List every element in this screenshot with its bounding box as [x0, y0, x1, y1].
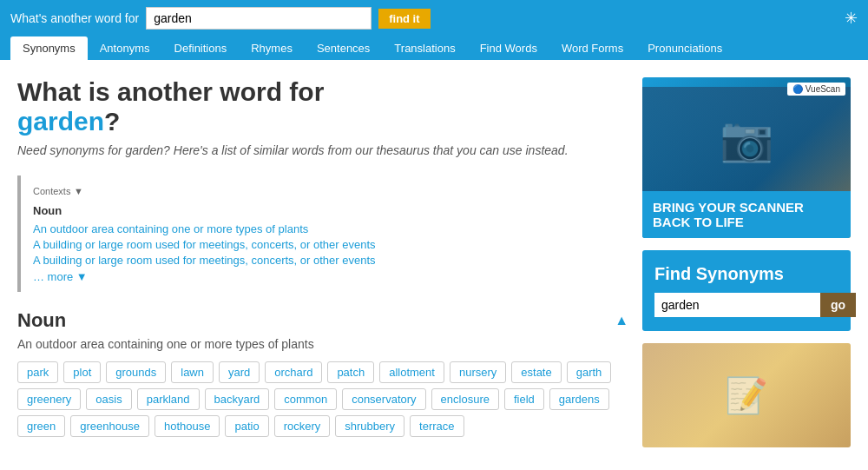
- find-synonyms-box: Find Synonyms go: [642, 250, 851, 331]
- title-prefix: What is another word for: [17, 77, 324, 106]
- contexts-arrow[interactable]: ▼: [74, 186, 83, 196]
- tab-synonyms[interactable]: Synonyms: [10, 36, 88, 60]
- noun-triangle[interactable]: ▲: [615, 313, 628, 328]
- tab-find-words[interactable]: Find Words: [468, 36, 549, 60]
- ad-badge: 🔵 VueScan: [787, 83, 845, 96]
- find-synonyms-title: Find Synonyms: [654, 264, 838, 284]
- ad-badge-icon: 🔵: [792, 84, 803, 94]
- title-suffix: ?: [104, 107, 120, 136]
- word-tag[interactable]: greenery: [17, 388, 81, 410]
- word-tag[interactable]: patio: [225, 415, 268, 437]
- context-noun-label: Noun: [33, 204, 616, 217]
- word-tag[interactable]: field: [504, 388, 544, 410]
- word-tag[interactable]: enclosure: [431, 388, 499, 410]
- word-tag[interactable]: orchard: [265, 361, 322, 383]
- tab-antonyms[interactable]: Antonyms: [88, 36, 162, 60]
- noun-title: Noun: [17, 309, 66, 332]
- more-link[interactable]: … more ▼: [33, 270, 616, 283]
- find-synonyms-row: go: [654, 293, 838, 317]
- word-tag[interactable]: grounds: [106, 361, 166, 383]
- find-button[interactable]: find it: [378, 9, 430, 29]
- ad-text-banner[interactable]: BRING YOUR SCANNER BACK TO LIFE: [642, 191, 851, 238]
- contexts-box: Contexts ▼ Noun An outdoor area containi…: [17, 175, 628, 292]
- word-tag[interactable]: nursery: [450, 361, 506, 383]
- context-item-2[interactable]: A building or large room used for meetin…: [33, 238, 616, 251]
- synonyms-go-button[interactable]: go: [820, 293, 856, 317]
- word-tag[interactable]: park: [17, 361, 58, 383]
- word-tag[interactable]: hothouse: [155, 415, 220, 437]
- word-tag[interactable]: green: [17, 415, 65, 437]
- ad-people-area: 📷: [642, 87, 851, 191]
- ad-people-icon: 📷: [720, 114, 773, 164]
- word-tag[interactable]: yard: [219, 361, 260, 383]
- ad-badge-text: VueScan: [806, 84, 840, 94]
- contexts-title: Contexts ▼: [33, 184, 616, 197]
- word-tag[interactable]: allotment: [379, 361, 444, 383]
- tab-pronunciations[interactable]: Pronunciations: [635, 36, 734, 60]
- word-tag[interactable]: oasis: [86, 388, 131, 410]
- bottom-ad-inner: 📝: [725, 375, 768, 416]
- subtitle: Need synonyms for garden? Here's a list …: [17, 142, 628, 160]
- right-sidebar: 🔵 VueScan 📷 BRING YOUR SCANNER BACK TO L…: [642, 77, 851, 451]
- word-tag[interactable]: common: [274, 388, 337, 410]
- main-layout: What is another word for garden? Need sy…: [0, 60, 868, 468]
- tab-rhymes[interactable]: Rhymes: [239, 36, 305, 60]
- word-tag[interactable]: estate: [511, 361, 561, 383]
- synonyms-input[interactable]: [654, 293, 820, 317]
- word-tag[interactable]: rockery: [274, 415, 331, 437]
- bottom-ad-image: 📝: [642, 343, 851, 447]
- keyword: garden: [17, 107, 104, 136]
- word-tag[interactable]: shrubbery: [335, 415, 404, 437]
- ad-banner: 🔵 VueScan 📷 BRING YOUR SCANNER BACK TO L…: [642, 77, 851, 238]
- context-item-3[interactable]: A building or large room used for meetin…: [33, 254, 616, 267]
- contexts-label: Contexts: [33, 186, 70, 196]
- word-tag[interactable]: gardens: [549, 388, 609, 410]
- more-text: … more: [33, 270, 73, 283]
- word-tag[interactable]: lawn: [171, 361, 214, 383]
- header-label: What's another word for: [10, 11, 139, 25]
- left-content: What is another word for garden? Need sy…: [17, 77, 628, 451]
- tab-translations[interactable]: Translations: [382, 36, 467, 60]
- nav-tabs: Synonyms Antonyms Definitions Rhymes Sen…: [0, 36, 868, 60]
- tab-sentences[interactable]: Sentences: [305, 36, 382, 60]
- page-title: What is another word for garden?: [17, 77, 628, 136]
- tab-definitions[interactable]: Definitions: [162, 36, 240, 60]
- tab-word-forms[interactable]: Word Forms: [549, 36, 635, 60]
- word-tag[interactable]: plot: [63, 361, 101, 383]
- search-input[interactable]: [146, 7, 372, 30]
- word-tag[interactable]: parkland: [137, 388, 200, 410]
- word-tag[interactable]: greenhouse: [70, 415, 149, 437]
- word-tags-container: parkplotgroundslawnyardorchardpatchallot…: [17, 361, 628, 437]
- noun-description: An outdoor area containing one or more t…: [17, 337, 628, 351]
- header: What's another word for find it ✳: [0, 0, 868, 36]
- noun-section: Noun ▲ An outdoor area containing one or…: [17, 309, 628, 437]
- noun-header: Noun ▲: [17, 309, 628, 332]
- more-arrow: ▼: [76, 270, 88, 283]
- word-tag[interactable]: patch: [327, 361, 374, 383]
- word-tag[interactable]: backyard: [205, 388, 270, 410]
- word-tag[interactable]: conservatory: [342, 388, 425, 410]
- context-item-1[interactable]: An outdoor area containing one or more t…: [33, 222, 616, 235]
- settings-icon[interactable]: ✳: [845, 9, 858, 28]
- word-tag[interactable]: garth: [567, 361, 612, 383]
- word-tag[interactable]: terrace: [410, 415, 464, 437]
